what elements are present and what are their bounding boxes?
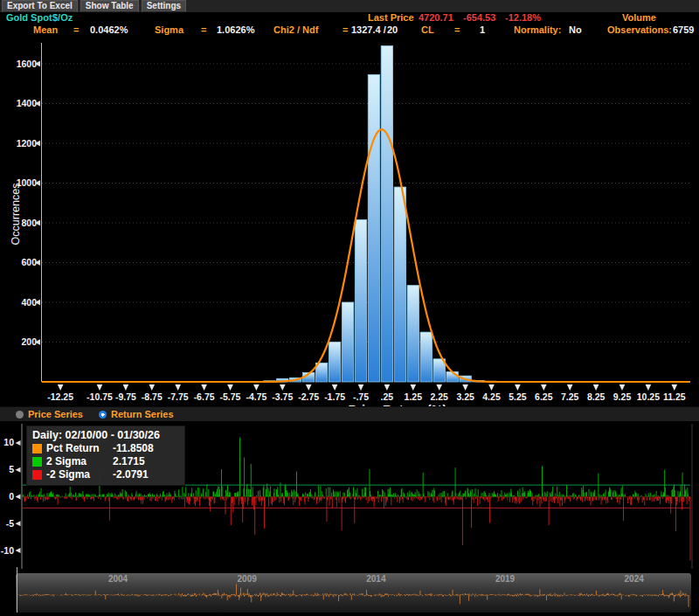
svg-text:4.25: 4.25 xyxy=(482,391,501,402)
svg-text:11.25: 11.25 xyxy=(663,391,686,402)
mean-value: 0.0462% xyxy=(90,24,128,35)
svg-text:-2.75: -2.75 xyxy=(298,391,319,402)
svg-text:600: 600 xyxy=(21,257,37,267)
scrubber-year-label: 2009 xyxy=(238,574,257,584)
svg-text:-4.75: -4.75 xyxy=(246,391,266,402)
statistics-row: Mean = 0.0462% Sigma = 1.0626% Chi2 / Nd… xyxy=(0,24,699,39)
instrument-unit: $/Oz xyxy=(52,12,73,23)
scrubber-year-label: 2019 xyxy=(495,574,515,584)
histogram-chart: 2004006008001000120014001600-12.25-10.75… xyxy=(0,39,699,406)
legend-value: 2.1715 xyxy=(113,455,145,468)
svg-text:-3.75: -3.75 xyxy=(272,391,293,402)
legend-date-range: Daily: 02/10/00 - 01/30/26 xyxy=(32,429,179,441)
svg-text:-12.25: -12.25 xyxy=(47,391,73,402)
svg-text:1200: 1200 xyxy=(17,138,38,149)
svg-text:0: 0 xyxy=(9,491,14,502)
scrubber-year-label: 2024 xyxy=(625,574,644,584)
svg-text:-.75: -.75 xyxy=(353,391,369,402)
show-table-button[interactable]: Show Table xyxy=(80,0,139,12)
price-change-pct: -12.18% xyxy=(505,12,541,23)
sigma-label: Sigma xyxy=(155,24,183,35)
timeline-scrubber[interactable]: 20042009201420192024 xyxy=(16,573,691,613)
settings-button[interactable]: Settings xyxy=(142,0,186,12)
last-price-label: Last Price xyxy=(368,12,414,23)
export-to-excel-button[interactable]: Export To Excel xyxy=(2,0,78,12)
svg-text:-10: -10 xyxy=(1,545,14,556)
svg-text:7.25: 7.25 xyxy=(561,391,579,402)
svg-text:-6.75: -6.75 xyxy=(194,391,215,402)
equals-sign: = xyxy=(454,24,460,35)
svg-text:-5.75: -5.75 xyxy=(220,391,241,402)
tab-price-series-label: Price Series xyxy=(28,409,83,419)
sigma-value: 1.0626% xyxy=(217,24,254,35)
cl-label: CL xyxy=(421,24,434,35)
svg-text:.25: .25 xyxy=(381,391,394,402)
instrument-name: Gold Spot xyxy=(6,12,52,23)
svg-text:5.25: 5.25 xyxy=(509,391,527,402)
security-header-row: Gold Spot $/Oz Last Price 4720.71 -654.5… xyxy=(0,12,699,24)
price-change: -654.53 xyxy=(463,12,495,23)
last-price-value: 4720.71 xyxy=(419,12,453,23)
svg-text:10: 10 xyxy=(3,437,14,447)
tab-return-series[interactable]: Return Series xyxy=(99,409,174,419)
svg-text:200: 200 xyxy=(21,336,37,347)
svg-text:2.25: 2.25 xyxy=(430,391,448,402)
return-series-legend: Daily: 02/10/00 - 01/30/26 Pct Return -1… xyxy=(26,426,185,486)
scrubber-range-handle[interactable] xyxy=(17,567,17,613)
tab-return-series-label: Return Series xyxy=(111,409,174,419)
equals-sign: = xyxy=(343,24,348,35)
scrubber-year-label: 2004 xyxy=(108,574,128,584)
equals-sign: = xyxy=(201,24,206,35)
legend-item-two-sigma: 2 Sigma 2.1715 xyxy=(32,455,179,468)
svg-text:-9.75: -9.75 xyxy=(115,391,136,402)
normality-label: Normality: xyxy=(514,24,561,35)
return-series-radio-icon xyxy=(99,411,107,419)
svg-text:1.25: 1.25 xyxy=(405,391,423,402)
top-toolbar: Export To Excel Show Table Settings xyxy=(0,0,699,12)
svg-text:-10.75: -10.75 xyxy=(87,391,113,402)
volume-label: Volume xyxy=(622,12,656,23)
mean-label: Mean xyxy=(33,24,58,35)
svg-text:-1.75: -1.75 xyxy=(324,391,345,402)
normality-value: No xyxy=(569,24,582,35)
terminal-window: Export To Excel Show Table Settings Gold… xyxy=(0,0,699,616)
legend-item-neg-two-sigma: -2 Sigma -2.0791 xyxy=(32,468,179,481)
return-series-chart: 1050-5-10 Daily: 02/10/00 - 01/30/26 Pct… xyxy=(0,420,699,572)
svg-text:1400: 1400 xyxy=(17,98,38,108)
tab-price-series[interactable]: Price Series xyxy=(16,409,83,419)
svg-text:10.25: 10.25 xyxy=(637,391,660,402)
price-series-radio-icon xyxy=(16,411,24,419)
legend-value: -11.8508 xyxy=(113,442,154,455)
legend-label: 2 Sigma xyxy=(46,455,113,468)
svg-text:5: 5 xyxy=(9,464,14,474)
svg-text:1600: 1600 xyxy=(17,59,38,69)
pct-return-swatch-icon xyxy=(32,444,42,453)
chi2-ndf-label: Chi2 / Ndf xyxy=(273,24,318,35)
svg-text:-7.75: -7.75 xyxy=(168,391,189,402)
svg-text:-8.75: -8.75 xyxy=(142,391,163,402)
two-sigma-swatch-icon xyxy=(32,457,42,467)
legend-value: -2.0791 xyxy=(113,468,149,481)
series-tabstrip: Price Series Return Series xyxy=(0,406,699,421)
svg-text:8.25: 8.25 xyxy=(587,391,606,402)
svg-text:3.25: 3.25 xyxy=(456,391,474,402)
scrubber-year-label: 2014 xyxy=(366,574,385,584)
legend-label: Pct Return xyxy=(46,442,113,455)
cl-value: 1 xyxy=(480,24,485,35)
svg-text:400: 400 xyxy=(21,297,37,308)
legend-item-pct-return: Pct Return -11.8508 xyxy=(32,442,179,455)
svg-text:800: 800 xyxy=(21,218,37,228)
svg-text:-5: -5 xyxy=(6,518,14,529)
svg-text:9.25: 9.25 xyxy=(613,391,632,402)
neg-two-sigma-swatch-icon xyxy=(32,470,42,480)
legend-label: -2 Sigma xyxy=(46,468,113,481)
observations-value: 6759 xyxy=(673,24,694,35)
histogram-plot: 2004006008001000120014001600-12.25-10.75… xyxy=(0,39,699,406)
equals-sign: = xyxy=(73,24,79,35)
chi2-value: 1327.4 / xyxy=(351,24,386,35)
ndf-value: 20 xyxy=(387,24,398,35)
svg-text:6.25: 6.25 xyxy=(535,391,553,402)
svg-text:Occurrences: Occurrences xyxy=(10,183,22,246)
observations-label: Observations: xyxy=(607,24,672,35)
